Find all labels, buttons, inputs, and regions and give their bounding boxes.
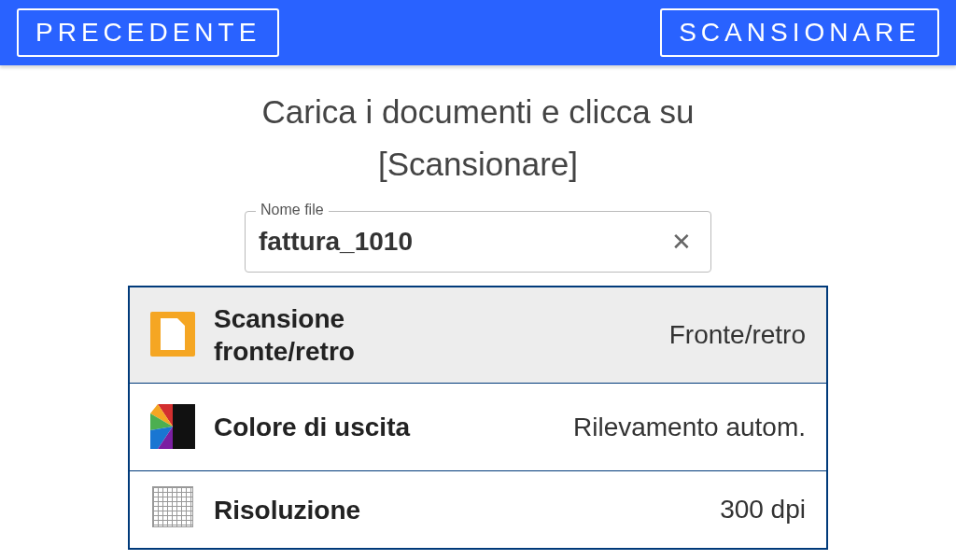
page-title: Carica i documenti e clicca su [Scansion… — [0, 86, 956, 190]
duplex-value: Fronte/retro — [475, 320, 806, 350]
title-line-2: [Scansionare] — [378, 146, 578, 182]
duplex-row[interactable]: Scansione fronte/retro Fronte/retro — [130, 287, 826, 384]
resolution-label: Risoluzione — [214, 494, 510, 526]
page-duplex-icon — [150, 312, 197, 358]
back-button[interactable]: PRECEDENTE — [17, 8, 279, 57]
scan-button[interactable]: SCANSIONARE — [660, 8, 939, 57]
color-icon — [150, 404, 197, 451]
title-line-1: Carica i documenti e clicca su — [262, 93, 695, 130]
color-value: Rilevamento autom. — [510, 413, 806, 442]
header: PRECEDENTE SCANSIONARE — [0, 0, 956, 65]
resolution-value: 300 dpi — [510, 495, 806, 525]
svg-rect-0 — [173, 404, 195, 449]
clear-icon[interactable]: ✕ — [666, 228, 697, 257]
color-label: Colore di uscita — [214, 411, 510, 443]
filename-label: Nome file — [256, 202, 329, 218]
filename-box: ✕ — [245, 211, 711, 273]
grid-icon — [150, 486, 197, 533]
settings-table: Scansione fronte/retro Fronte/retro Colo… — [128, 286, 828, 550]
filename-input[interactable] — [259, 227, 666, 257]
filename-wrapper: Nome file ✕ — [245, 211, 711, 273]
color-row[interactable]: Colore di uscita Rilevamento autom. — [130, 384, 826, 471]
resolution-row[interactable]: Risoluzione 300 dpi — [130, 471, 826, 548]
duplex-label: Scansione fronte/retro — [214, 302, 475, 368]
